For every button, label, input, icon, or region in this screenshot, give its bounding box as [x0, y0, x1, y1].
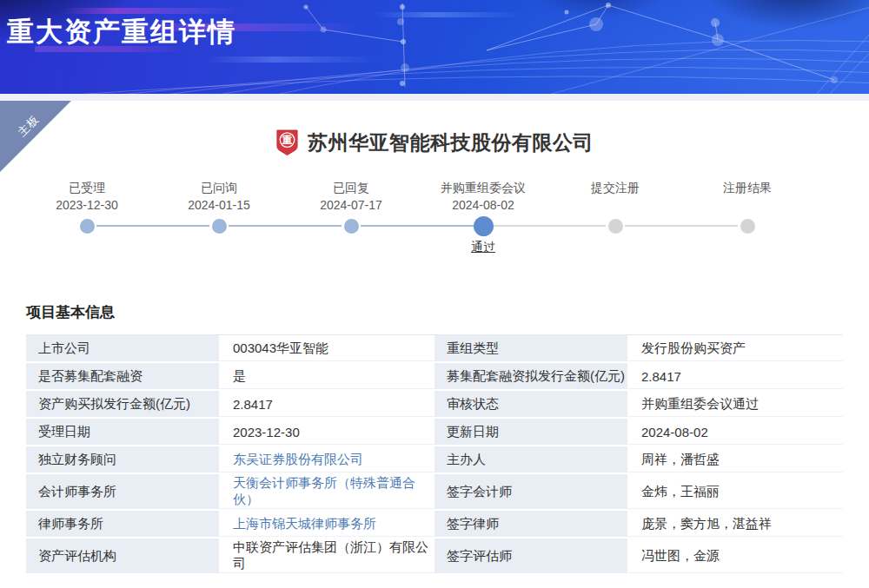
project-info-table: 上市公司 003043华亚智能 重组类型 发行股份购买资产 是否募集配套融资 是… [26, 334, 843, 575]
step-dot [80, 219, 95, 234]
timeline-step-registration-result: 注册结果 [681, 179, 813, 259]
info-value: 中联资产评估集团（浙江）有限公司 [219, 538, 434, 575]
company-name: 苏州华亚智能科技股份有限公司 [308, 129, 594, 156]
info-value: 是 [219, 363, 434, 391]
info-label: 签字会计师 [434, 474, 627, 511]
info-label: 资产购买拟发行金额(亿元) [26, 391, 219, 419]
info-label: 签字律师 [434, 511, 627, 538]
badge-glyph: 重 [282, 135, 293, 145]
info-label: 主办人 [434, 446, 627, 474]
info-label: 是否募集配套融资 [26, 363, 219, 391]
section-title-basic-info: 项目基本信息 [26, 302, 869, 322]
step-connector [493, 225, 606, 227]
info-value: 周祥，潘哲盛 [627, 446, 843, 474]
info-value: 并购重组委会议通过 [627, 391, 843, 419]
step-name: 已受理 [21, 179, 153, 196]
step-dot [212, 219, 227, 234]
step-name: 已回复 [285, 179, 417, 196]
info-label: 资产评估机构 [26, 538, 219, 575]
step-date: 2024-08-02 [417, 196, 549, 215]
step-dot-active [474, 216, 494, 236]
step-name: 提交注册 [549, 179, 681, 196]
law-firm-link[interactable]: 上海市锦天城律师事务所 [233, 516, 376, 531]
step-date [549, 196, 681, 215]
info-value: 2.8417 [627, 363, 843, 391]
info-label: 审核状态 [434, 391, 627, 419]
timeline-step-committee-meeting: 并购重组委会议 2024-08-02 通过 [417, 179, 549, 259]
page-banner: 重大资产重组详情 [0, 0, 869, 94]
table-row: 独立财务顾问 东吴证券股份有限公司 主办人 周祥，潘哲盛 [26, 446, 843, 474]
timeline-step-submit-registration: 提交注册 [549, 179, 681, 259]
timeline-step-inquired: 已问询 2024-01-15 [153, 179, 285, 259]
step-connector [229, 225, 342, 227]
info-label: 独立财务顾问 [26, 446, 219, 474]
info-label: 受理日期 [26, 419, 219, 446]
table-row: 受理日期 2023-12-30 更新日期 2024-08-02 [26, 419, 843, 446]
info-value: 金炜，王福丽 [627, 474, 843, 511]
timeline-step-accepted: 已受理 2023-12-30 [21, 179, 153, 259]
info-label: 会计师事务所 [26, 474, 219, 511]
banner-divider-strip [0, 94, 869, 101]
step-date: 2023-12-30 [21, 196, 153, 215]
progress-stepper: 已受理 2023-12-30 已问询 2024-01-15 已回复 2024-0… [21, 179, 813, 259]
info-value: 冯世图，金源 [627, 538, 843, 575]
table-row: 上市公司 003043华亚智能 重组类型 发行股份购买资产 [26, 335, 843, 363]
timeline-step-replied: 已回复 2024-07-17 [285, 179, 417, 259]
info-value: 2023-12-30 [219, 419, 434, 446]
info-label: 签字评估师 [434, 538, 627, 575]
financial-advisor-link[interactable]: 东吴证券股份有限公司 [233, 452, 363, 466]
board-ribbon: 主板 [0, 101, 71, 172]
info-value: 发行股份购买资产 [627, 335, 843, 363]
step-connector [96, 225, 209, 227]
company-header: 重 苏州华亚智能科技股份有限公司 [0, 129, 869, 156]
info-value: 2024-08-02 [627, 419, 843, 446]
table-row: 资产购买拟发行金额(亿元) 2.8417 审核状态 并购重组委会议通过 [26, 391, 843, 419]
page-title: 重大资产重组详情 [7, 14, 236, 50]
info-label: 更新日期 [434, 419, 627, 446]
restructure-badge-icon: 重 [275, 129, 299, 156]
step-dot [608, 219, 623, 234]
step-date [681, 196, 813, 215]
step-dot [344, 219, 359, 234]
board-ribbon-label: 主板 [9, 106, 48, 145]
step-name: 注册结果 [681, 179, 813, 196]
info-label: 上市公司 [26, 335, 219, 363]
table-row: 是否募集配套融资 是 募集配套融资拟发行金额(亿元) 2.8417 [26, 363, 843, 391]
info-label: 募集配套融资拟发行金额(亿元) [434, 363, 627, 391]
step-date: 2024-07-17 [285, 196, 417, 215]
step-connector [625, 225, 738, 227]
info-label: 重组类型 [434, 335, 627, 363]
info-value: 2.8417 [219, 391, 434, 419]
approval-result-link[interactable]: 通过 [471, 240, 495, 254]
info-value: 庞景，窦方旭，湛益祥 [627, 511, 843, 538]
info-value: 003043华亚智能 [219, 335, 434, 363]
step-dot [740, 219, 755, 234]
step-name: 并购重组委会议 [417, 179, 549, 196]
table-row: 资产评估机构 中联资产评估集团（浙江）有限公司 签字评估师 冯世图，金源 [26, 538, 843, 575]
accounting-firm-link[interactable]: 天衡会计师事务所（特殊普通合伙） [233, 475, 415, 506]
step-connector [361, 225, 474, 227]
info-label: 律师事务所 [26, 511, 219, 538]
step-date: 2024-01-15 [153, 196, 285, 215]
step-name: 已问询 [153, 179, 285, 196]
table-row: 律师事务所 上海市锦天城律师事务所 签字律师 庞景，窦方旭，湛益祥 [26, 511, 843, 538]
table-row: 会计师事务所 天衡会计师事务所（特殊普通合伙） 签字会计师 金炜，王福丽 [26, 474, 843, 511]
